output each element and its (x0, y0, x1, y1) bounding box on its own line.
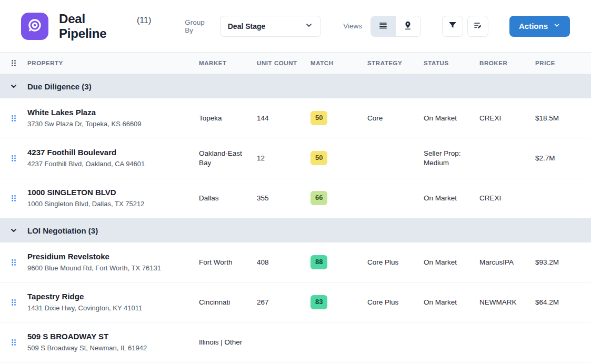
group-by-label: Group By (185, 18, 214, 34)
strategy-cell: Core Plus (367, 298, 424, 307)
match-score-badge: 88 (310, 255, 327, 269)
match-cell: 50 (310, 111, 367, 125)
match-cell: 88 (310, 255, 367, 269)
views-control: Views (343, 16, 421, 37)
column-header-strategy[interactable]: Strategy (367, 60, 424, 66)
drag-handle-icon (11, 59, 16, 67)
column-header-price[interactable]: Price (535, 60, 591, 66)
property-cell[interactable]: 4237 Foothill Boulevard 4237 Foothill Bl… (27, 147, 199, 169)
column-header-status[interactable]: Status (424, 60, 479, 66)
market-cell: Dallas (199, 194, 257, 203)
market-cell: Fort Worth (199, 258, 257, 267)
property-name: Presidium Revelstoke (27, 251, 191, 262)
column-header-market[interactable]: Market (199, 60, 257, 66)
market-cell: Oakland-East Bay (199, 149, 257, 167)
page-count: (11) (137, 16, 151, 25)
market-cell: Illinois | Other (199, 338, 257, 347)
table-header-row: Property Market Unit Count Match Strateg… (0, 53, 591, 74)
column-header-broker[interactable]: Broker (479, 60, 535, 66)
drag-handle-icon (11, 299, 16, 306)
drag-handle-icon (11, 195, 16, 202)
page-header: Deal Pipeline (11) Group By Deal Stage V… (0, 0, 591, 53)
page-title-group: Deal Pipeline (11) (59, 12, 151, 41)
unit-count-cell: 12 (257, 154, 310, 163)
status-cell: Seller Prop: Medium (424, 149, 479, 167)
map-view-button[interactable] (396, 16, 420, 36)
property-name: White Lakes Plaza (27, 107, 191, 118)
unit-count-cell: 355 (257, 194, 310, 203)
price-cell: $64.2M (535, 298, 591, 307)
list-view-icon (378, 21, 388, 32)
property-cell[interactable]: 509 S BROADWAY ST 509 S Broadway St, New… (27, 331, 199, 353)
group-header[interactable]: Due Diligence (3) (0, 74, 591, 98)
view-toggle (370, 16, 421, 37)
table-row[interactable]: Tapestry Ridge 1431 Dixie Hwy, Covington… (0, 282, 591, 322)
market-cell: Cincinnati (199, 298, 257, 307)
row-drag-handle[interactable] (0, 115, 27, 122)
list-view-button[interactable] (371, 16, 396, 36)
filter-button[interactable] (442, 16, 463, 37)
match-cell: 50 (310, 151, 367, 165)
actions-button-label: Actions (519, 22, 548, 31)
strategy-cell: Core (367, 114, 424, 123)
target-at-icon (26, 17, 43, 36)
drag-handle-icon (11, 339, 16, 346)
broker-cell: MarcusIPA (479, 258, 535, 267)
group-by-value: Deal Stage (228, 22, 266, 31)
match-cell: 83 (310, 295, 367, 309)
price-cell: $18.5M (535, 114, 591, 123)
table-row[interactable]: 1000 SINGLETON BLVD 1000 Singleton Blvd,… (0, 178, 591, 218)
status-cell: On Market (424, 194, 479, 203)
group-by-select[interactable]: Deal Stage (220, 16, 321, 37)
group-by-control: Group By Deal Stage (185, 16, 321, 37)
map-pin-icon (403, 21, 413, 32)
row-drag-handle[interactable] (0, 259, 27, 266)
table-row[interactable]: Presidium Revelstoke 9600 Blue Mound Rd,… (0, 242, 591, 282)
broker-cell: NEWMARK (479, 298, 535, 307)
table-body: Due Diligence (3) White Lakes Plaza 3730… (0, 74, 591, 362)
broker-cell: CREXI (479, 194, 535, 203)
market-cell: Topeka (199, 114, 257, 123)
table-row[interactable]: White Lakes Plaza 3730 Sw Plaza Dr, Tope… (0, 98, 591, 138)
table-row[interactable]: 4237 Foothill Boulevard 4237 Foothill Bl… (0, 138, 591, 178)
group-header[interactable]: LOI Negotiation (3) (0, 218, 591, 242)
property-cell[interactable]: White Lakes Plaza 3730 Sw Plaza Dr, Tope… (27, 107, 199, 129)
drag-handle-icon (11, 115, 16, 122)
property-address: 1431 Dixie Hwy, Covington, KY 41011 (27, 304, 191, 313)
price-cell: $2.7M (535, 154, 591, 163)
edit-list-icon (473, 21, 483, 32)
header-drag-handle (0, 59, 27, 67)
drag-handle-icon (11, 155, 16, 162)
property-name: 509 S BROADWAY ST (27, 331, 191, 342)
column-header-unit-count[interactable]: Unit Count (257, 60, 310, 66)
actions-button[interactable]: Actions (509, 16, 570, 37)
match-cell: 66 (310, 191, 367, 205)
property-address: 9600 Blue Mound Rd, Fort Worth, TX 76131 (27, 264, 191, 273)
page-title: Deal Pipeline (59, 12, 133, 41)
filter-funnel-icon (448, 21, 457, 32)
edit-list-button[interactable] (467, 16, 488, 37)
unit-count-cell: 408 (257, 258, 310, 267)
chevron-down-icon[interactable] (0, 82, 27, 90)
row-drag-handle[interactable] (0, 155, 27, 162)
status-cell: On Market (424, 258, 479, 267)
property-cell[interactable]: Presidium Revelstoke 9600 Blue Mound Rd,… (27, 251, 199, 273)
row-drag-handle[interactable] (0, 195, 27, 202)
status-cell: On Market (424, 298, 479, 307)
toolbar-buttons (442, 16, 488, 37)
property-cell[interactable]: Tapestry Ridge 1431 Dixie Hwy, Covington… (27, 291, 199, 313)
views-label: Views (343, 22, 362, 30)
row-drag-handle[interactable] (0, 299, 27, 306)
property-cell[interactable]: 1000 SINGLETON BLVD 1000 Singleton Blvd,… (27, 187, 199, 209)
chevron-down-icon[interactable] (0, 226, 27, 235)
column-header-property[interactable]: Property (27, 60, 199, 66)
group-label: LOI Negotiation (3) (27, 226, 98, 235)
match-score-badge: 66 (310, 191, 327, 205)
table-row[interactable]: 509 S BROADWAY ST 509 S Broadway St, New… (0, 322, 591, 362)
column-header-match[interactable]: Match (310, 60, 367, 66)
property-address: 509 S Broadway St, Newman, IL 61942 (27, 344, 191, 353)
price-cell: $93.2M (535, 258, 591, 267)
broker-cell: CREXI (479, 114, 535, 123)
match-score-badge: 50 (310, 151, 327, 165)
row-drag-handle[interactable] (0, 339, 27, 346)
